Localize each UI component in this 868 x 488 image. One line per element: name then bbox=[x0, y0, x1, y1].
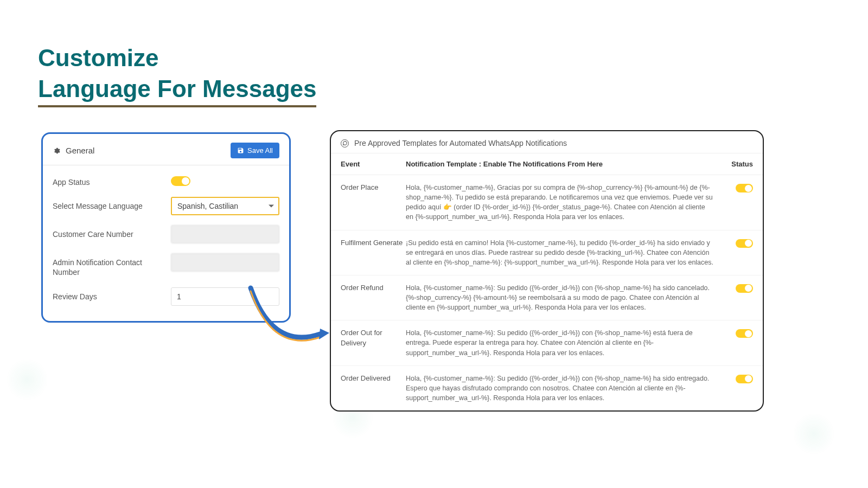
templates-header: Pre Approved Templates for Automated Wha… bbox=[331, 131, 763, 153]
template-status-toggle[interactable] bbox=[736, 375, 753, 383]
table-header-row: Event Notification Template : Enable The… bbox=[331, 153, 763, 175]
table-row: Fulfilment Generate¡Su pedido está en ca… bbox=[331, 230, 763, 275]
general-card-header: General Save All bbox=[43, 134, 289, 165]
table-row: Order Out for DeliveryHola, {%-customer_… bbox=[331, 320, 763, 365]
general-header-label: General bbox=[66, 146, 94, 155]
status-cell bbox=[720, 283, 753, 312]
template-cell: Hola, {%-customer_name-%}, Gracias por s… bbox=[406, 183, 720, 222]
form-row-app-status: App Status bbox=[53, 173, 279, 187]
form-row-language: Select Message Language Spanish, Castili… bbox=[53, 197, 279, 215]
col-header-template: Notification Template : Enable The Notif… bbox=[406, 160, 720, 168]
gear-icon bbox=[53, 147, 60, 155]
template-status-toggle[interactable] bbox=[736, 329, 753, 338]
table-row: Order DeliveredHola, {%-customer_name-%}… bbox=[331, 366, 763, 410]
save-button-label: Save All bbox=[247, 146, 273, 155]
care-number-input[interactable] bbox=[171, 225, 279, 243]
save-all-button[interactable]: Save All bbox=[231, 143, 279, 158]
care-number-label: Customer Care Number bbox=[53, 225, 161, 239]
general-header-left: General bbox=[53, 146, 94, 155]
col-header-status: Status bbox=[720, 160, 753, 168]
language-select[interactable]: Spanish, Castilian bbox=[171, 197, 279, 215]
save-icon bbox=[237, 147, 244, 154]
template-cell: Hola, {%-customer_name-%}: Su pedido ({%… bbox=[406, 328, 720, 357]
event-cell: Order Out for Delivery bbox=[341, 328, 406, 357]
status-cell bbox=[720, 238, 753, 267]
event-cell: Order Place bbox=[341, 183, 406, 222]
review-days-label: Review Days bbox=[53, 287, 161, 301]
template-cell: ¡Su pedido está en camino! Hola {%-custo… bbox=[406, 238, 720, 267]
table-row: Order PlaceHola, {%-customer_name-%}, Gr… bbox=[331, 175, 763, 230]
language-label: Select Message Language bbox=[53, 197, 161, 211]
event-cell: Order Delivered bbox=[341, 374, 406, 403]
status-cell bbox=[720, 374, 753, 403]
connector-arrow-icon bbox=[240, 285, 332, 356]
page-title: Customize Language For Messages bbox=[38, 42, 316, 107]
template-cell: Hola, {%-customer_name-%}: Su pedido ({%… bbox=[406, 374, 720, 403]
svg-marker-0 bbox=[319, 329, 329, 339]
form-row-admin-number: Admin Notification Contact Number bbox=[53, 253, 279, 277]
status-cell bbox=[720, 183, 753, 222]
app-status-toggle[interactable] bbox=[171, 176, 190, 186]
table-body: Order PlaceHola, {%-customer_name-%}, Gr… bbox=[331, 175, 763, 410]
admin-number-label: Admin Notification Contact Number bbox=[53, 253, 161, 277]
event-cell: Order Refund bbox=[341, 283, 406, 312]
language-select-wrap: Spanish, Castilian bbox=[171, 197, 279, 215]
whatsapp-icon bbox=[341, 139, 349, 147]
admin-number-input[interactable] bbox=[171, 253, 279, 272]
app-status-label: App Status bbox=[53, 173, 161, 187]
templates-table: Event Notification Template : Enable The… bbox=[331, 153, 763, 410]
col-header-event: Event bbox=[341, 160, 406, 168]
status-cell bbox=[720, 328, 753, 357]
templates-header-label: Pre Approved Templates for Automated Wha… bbox=[354, 139, 567, 147]
form-row-care-number: Customer Care Number bbox=[53, 225, 279, 243]
template-status-toggle[interactable] bbox=[736, 239, 753, 248]
table-row: Order RefundHola, {%-customer_name-%}: S… bbox=[331, 275, 763, 320]
title-line-1: Customize bbox=[38, 44, 158, 71]
template-cell: Hola, {%-customer_name-%}: Su pedido ({%… bbox=[406, 283, 720, 312]
title-line-2: Language For Messages bbox=[38, 73, 316, 107]
template-status-toggle[interactable] bbox=[736, 284, 753, 293]
event-cell: Fulfilment Generate bbox=[341, 238, 406, 267]
templates-card: Pre Approved Templates for Automated Wha… bbox=[330, 130, 764, 412]
template-status-toggle[interactable] bbox=[736, 184, 753, 192]
